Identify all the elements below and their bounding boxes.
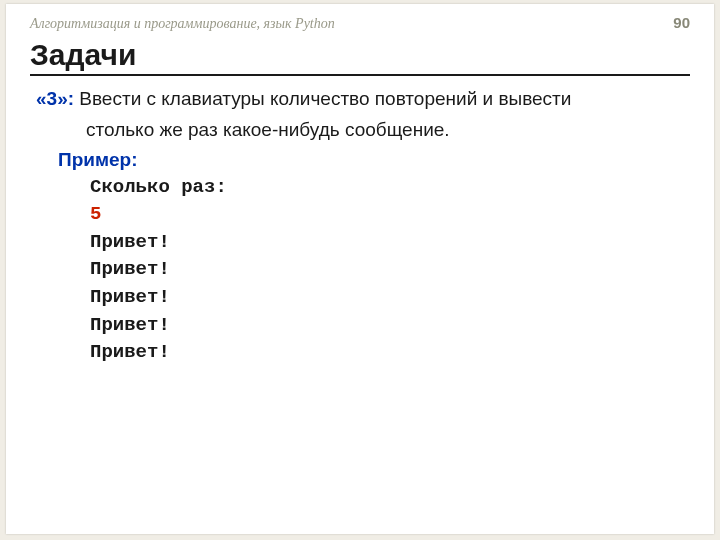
slide-content: «3»: Ввести с клавиатуры количество повт… [30,86,690,367]
task-description: «3»: Ввести с клавиатуры количество повт… [36,86,690,113]
example-output: Сколько раз: 5 Привет! Привет! Привет! П… [36,174,690,367]
input-value: 5 [90,201,690,229]
task-text-2: столько же раз какое-нибудь сообщение. [36,117,690,144]
slide: Алгоритмизация и программирование, язык … [6,4,714,534]
task-marker: «3»: [36,88,74,109]
output-line: Привет! [90,256,690,284]
output-line: Привет! [90,284,690,312]
slide-header: Алгоритмизация и программирование, язык … [30,14,690,38]
page-number: 90 [673,14,690,31]
slide-title: Задачи [30,38,690,76]
task-text-1: Ввести с клавиатуры количество повторени… [79,88,571,109]
output-line: Привет! [90,312,690,340]
output-line: Привет! [90,229,690,257]
prompt-line: Сколько раз: [90,174,690,202]
example-label: Пример: [36,147,690,174]
output-line: Привет! [90,339,690,367]
subject-label: Алгоритмизация и программирование, язык … [30,16,335,32]
